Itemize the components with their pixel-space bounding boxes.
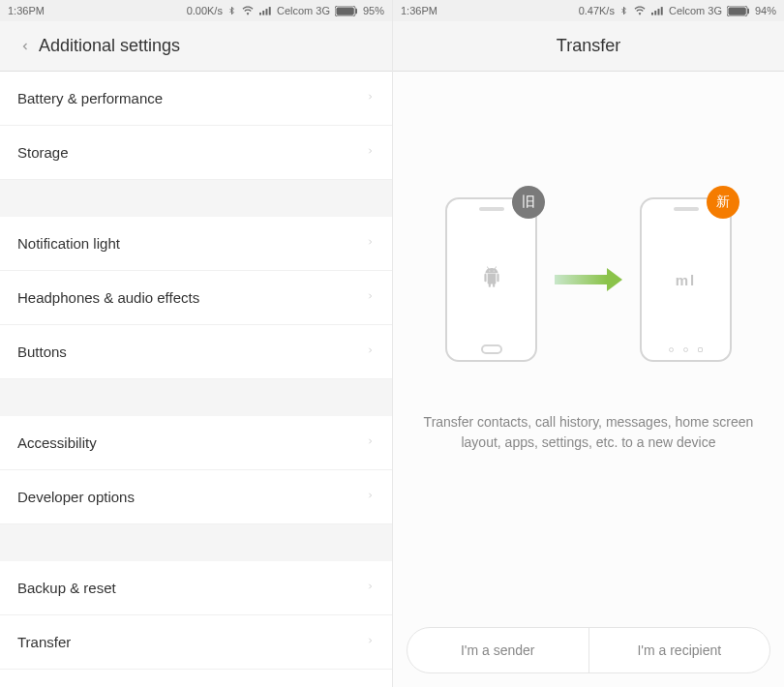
svg-rect-13: [747, 8, 749, 14]
old-badge: 旧: [512, 186, 545, 219]
section-gap: [0, 379, 392, 416]
mi-logo-icon: ml: [676, 272, 697, 288]
status-carrier: Celcom 3G: [277, 5, 330, 16]
transfer-description: Transfer contacts, call history, message…: [393, 412, 784, 453]
header: Additional settings: [0, 21, 392, 72]
item-label: Headphones & audio effects: [17, 289, 199, 306]
headphones-audio-item[interactable]: Headphones & audio effects: [0, 271, 392, 325]
svg-rect-6: [355, 8, 357, 14]
developer-options-item[interactable]: Developer options: [0, 470, 392, 524]
svg-rect-3: [269, 7, 271, 15]
battery-icon: [727, 6, 750, 16]
item-label: Battery & performance: [17, 90, 163, 106]
bottom-button-group: I'm a sender I'm a recipient: [407, 627, 770, 673]
chevron-right-icon: [366, 579, 375, 597]
status-time: 1:36PM: [8, 5, 45, 16]
new-phone-illustration: ml 新: [640, 197, 732, 362]
old-phone-illustration: 旧: [445, 197, 537, 362]
transfer-screen: 1:36PM 0.47K/s Celcom 3G 94% Transfer: [392, 0, 784, 687]
signal-icon: [259, 6, 272, 15]
chevron-right-icon: [366, 89, 375, 107]
header: Transfer: [393, 21, 784, 72]
chevron-right-icon: [366, 234, 375, 253]
status-battery: 94%: [755, 5, 776, 16]
item-label: Buttons: [17, 344, 67, 360]
item-label: Backup & reset: [17, 580, 116, 596]
svg-rect-0: [259, 13, 261, 15]
svg-rect-7: [651, 13, 653, 15]
battery-icon: [335, 6, 358, 16]
arrow-icon: [555, 273, 622, 286]
svg-rect-1: [262, 11, 264, 15]
button-label: I'm a sender: [461, 642, 535, 658]
svg-rect-10: [661, 7, 663, 15]
bluetooth-icon: [619, 5, 628, 16]
item-label: Transfer: [17, 634, 71, 650]
status-bar: 1:36PM 0.00K/s Celcom 3G 95%: [0, 0, 392, 21]
status-bar: 1:36PM 0.47K/s Celcom 3G 94%: [393, 0, 784, 21]
status-time: 1:36PM: [401, 5, 437, 16]
transfer-illustration: 旧 ml 新: [445, 197, 732, 362]
chevron-right-icon: [366, 343, 375, 361]
battery-performance-item[interactable]: Battery & performance: [0, 72, 392, 126]
wifi-icon: [633, 6, 647, 16]
back-button[interactable]: [12, 37, 39, 56]
item-label: Accessibility: [17, 434, 97, 451]
new-badge: 新: [707, 186, 739, 219]
status-speed: 0.47K/s: [579, 5, 615, 16]
page-title: Transfer: [393, 36, 784, 56]
accessibility-item[interactable]: Accessibility: [0, 416, 392, 470]
svg-rect-5: [336, 7, 353, 15]
section-gap: [0, 180, 392, 217]
chevron-right-icon: [366, 488, 375, 506]
bluetooth-icon: [227, 5, 236, 16]
chevron-right-icon: [366, 633, 375, 651]
signal-icon: [651, 6, 664, 15]
android-icon: [479, 263, 504, 296]
storage-item[interactable]: Storage: [0, 126, 392, 180]
notification-light-item[interactable]: Notification light: [0, 217, 392, 271]
settings-list: Battery & performance Storage Notificati…: [0, 72, 392, 687]
status-speed: 0.00K/s: [187, 5, 223, 16]
sender-button[interactable]: I'm a sender: [407, 628, 588, 672]
status-battery: 95%: [363, 5, 384, 16]
item-label: Developer options: [17, 489, 135, 505]
status-carrier: Celcom 3G: [669, 5, 722, 16]
item-label: Notification light: [17, 235, 120, 252]
svg-rect-8: [654, 11, 656, 15]
recipient-button[interactable]: I'm a recipient: [589, 628, 770, 672]
page-title: Additional settings: [39, 36, 180, 56]
button-label: I'm a recipient: [637, 642, 721, 658]
transfer-body: 旧 ml 新 Transfer contacts, call history, …: [393, 72, 784, 687]
svg-rect-9: [657, 9, 659, 15]
transfer-item[interactable]: Transfer: [0, 615, 392, 670]
settings-screen: 1:36PM 0.00K/s Celcom 3G 95% Additional …: [0, 0, 392, 687]
svg-rect-12: [728, 7, 745, 15]
item-label: Storage: [17, 144, 69, 161]
buttons-item[interactable]: Buttons: [0, 325, 392, 379]
backup-reset-item[interactable]: Backup & reset: [0, 561, 392, 615]
chevron-right-icon: [366, 433, 375, 452]
svg-rect-2: [265, 9, 267, 15]
chevron-right-icon: [366, 143, 375, 162]
chevron-right-icon: [366, 288, 375, 307]
wifi-icon: [241, 6, 255, 16]
section-gap: [0, 524, 392, 561]
